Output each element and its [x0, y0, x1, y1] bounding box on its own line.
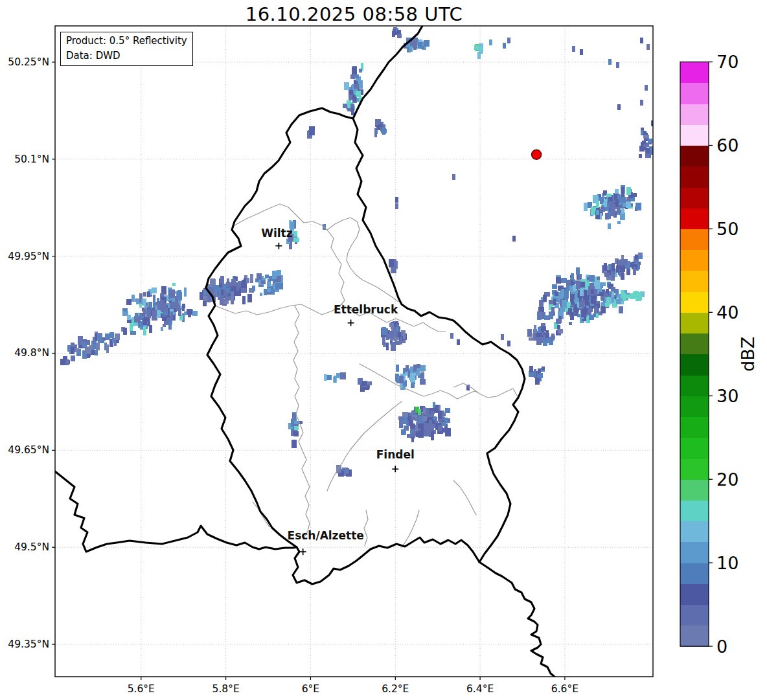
colorbar-tick-label: 50: [716, 219, 738, 239]
y-tick-label: 49.5°N: [14, 541, 49, 553]
radar-dashboard: 16.10.2025 08:58 UTC WiltzEttelbruckFind…: [0, 0, 767, 700]
x-tick-label: 5.8°E: [212, 683, 240, 695]
radar-plot: WiltzEttelbruckFindelEsch/Alzette5.6°E5.…: [0, 0, 767, 700]
grid-lines: [55, 26, 653, 677]
map-axes: WiltzEttelbruckFindelEsch/Alzette5.6°E5.…: [8, 26, 654, 695]
radar-site-marker: [532, 150, 542, 159]
country-borders: [55, 26, 555, 677]
city-marker-icon: [392, 466, 398, 472]
colorbar-tick-label: 10: [716, 553, 738, 573]
colorbar: 010203040506070dBZ: [680, 52, 758, 656]
map-inner: WiltzEttelbruckFindelEsch/Alzette: [55, 26, 654, 677]
x-tick-label: 6.6°E: [551, 683, 578, 695]
data-source-line: Data: DWD: [66, 49, 187, 63]
colorbar-tick-label: 0: [716, 637, 727, 657]
city-findel: Findel: [376, 448, 415, 472]
axis-labels: 5.6°E5.8°E6°E6.2°E6.4°E6.6°E50.25°N50.1°…: [8, 56, 578, 695]
city-label: Esch/Alzette: [288, 529, 364, 542]
x-tick-label: 5.6°E: [128, 683, 155, 695]
radar-echoes: [60, 27, 654, 477]
city-marker-icon: [348, 320, 354, 326]
colorbar-tick-label: 40: [716, 302, 738, 322]
y-tick-label: 49.35°N: [8, 638, 49, 650]
colorbar-tick-label: 60: [716, 135, 738, 155]
product-line: Product: 0.5° Reflectivity: [66, 34, 187, 49]
colorbar-tick-label: 70: [716, 52, 738, 72]
x-tick-label: 6.4°E: [466, 683, 494, 695]
x-tick-label: 6.2°E: [382, 683, 409, 695]
city-marker-icon: [275, 243, 282, 249]
colorbar-tick-label: 30: [716, 386, 738, 406]
city-label: Ettelbruck: [334, 303, 398, 316]
colorbar-axis-label: dBZ: [738, 337, 758, 372]
y-tick-label: 49.8°N: [14, 347, 49, 359]
map-frame: [55, 26, 653, 677]
city-wiltz: Wiltz: [261, 227, 293, 249]
product-info-box: Product: 0.5° Reflectivity Data: DWD: [60, 32, 193, 66]
city-label: Wiltz: [261, 227, 293, 240]
city-ettelbruck: Ettelbruck: [334, 303, 398, 326]
city-label: Findel: [376, 448, 415, 461]
x-tick-label: 6°E: [302, 683, 319, 695]
district-borders: [215, 204, 518, 548]
y-tick-label: 50.1°N: [14, 153, 49, 165]
y-tick-label: 50.25°N: [8, 56, 49, 68]
colorbar-tick-label: 20: [716, 469, 738, 490]
y-tick-label: 49.65°N: [8, 444, 49, 456]
city-marker-icon: [300, 548, 306, 555]
y-tick-label: 49.95°N: [8, 251, 49, 262]
